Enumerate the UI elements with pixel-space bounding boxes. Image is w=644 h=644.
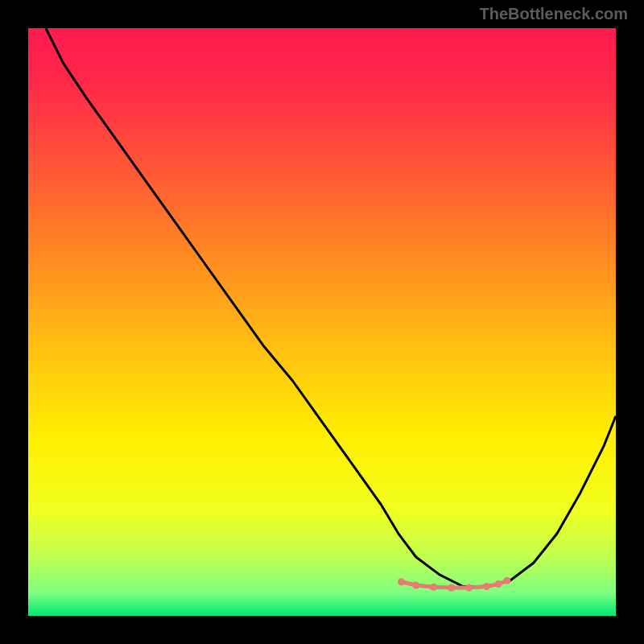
highlight-dot — [448, 584, 455, 592]
watermark-text: TheBottleneck.com — [480, 5, 628, 23]
highlight-dot — [398, 578, 405, 585]
highlight-dot — [430, 584, 437, 591]
chart-svg — [28, 28, 616, 616]
gradient-background — [28, 28, 616, 616]
highlight-dot — [495, 580, 502, 588]
highlight-dot — [465, 584, 473, 592]
highlight-dot — [412, 582, 419, 589]
chart-container: TheBottleneck.com — [0, 0, 644, 644]
highlight-dot — [503, 577, 510, 584]
highlight-dot — [483, 583, 490, 590]
plot-area — [28, 28, 616, 616]
